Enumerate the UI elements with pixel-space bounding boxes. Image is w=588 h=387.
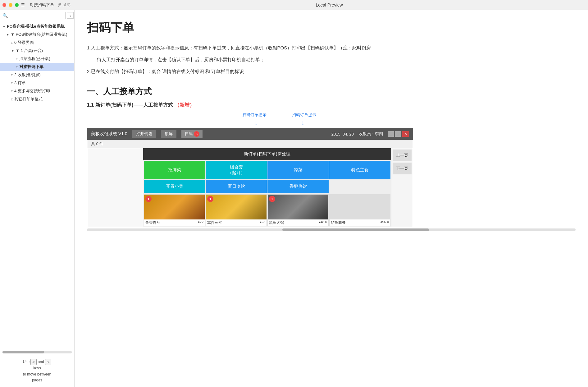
pos-item-label-2: 凉拌三丝 ¥23 [206,219,267,226]
scan-count-badge: 3 [194,131,199,137]
sidebar-scroll-area [0,350,74,355]
sidebar-scrollbar-thumb[interactable] [2,351,44,353]
cat-btn-appetizer[interactable]: 开胃小菜 [144,180,205,193]
hint-move: to move between [23,372,51,376]
horizontal-scrollbar[interactable] [87,228,576,231]
nav-prev-btn[interactable]: ‹ [67,12,74,19]
tree-label-cashier: 2 收银(含锁屏) [14,72,41,78]
pos-win-minimize[interactable]: _ [388,131,394,137]
tree-icon-root: ▼ [2,25,6,28]
cat-btn-hot-drink[interactable]: 香醇热饮 [267,180,329,193]
tree-icon-pos: ▼ [6,33,9,36]
arrow-down-right: ↓ [301,119,304,126]
pos-win-restore[interactable]: □ [395,131,401,137]
search-input[interactable] [9,12,66,19]
tree-label-pos: ▼ POS收银前台(结构及业务流) [11,32,67,37]
pos-cashier: 收银员：李四 [359,131,383,137]
sidebar-item-more[interactable]: □ 4 更多与交接班打印 [0,87,74,95]
pos-item-1[interactable]: 1 鱼香肉丝 ¥22 [144,194,205,226]
sidebar-tree: ▼ PC客户端-美味e点智能收银系统 ▼ ▼ POS收银前台(结构及业务流) □… [0,21,74,350]
sidebar-item-cashier[interactable]: □ 2 收银(含锁屏) [0,71,74,79]
pos-items-grid: 1 鱼香肉丝 ¥22 1 [143,194,391,227]
arrow-down-left: ↓ [254,119,258,126]
close-btn[interactable] [2,3,6,7]
tree-icon-table: ▼ [11,49,14,53]
pos-win-close[interactable]: ✕ [402,131,409,137]
top-bar: ☰ 对接扫码下单 (5 of 9) Local Preview [0,0,588,10]
item-badge-3: 1 [269,196,275,202]
hint-use: Use [23,360,30,364]
item-price-2: ¥23 [260,220,265,225]
annotation-left-label: 扫码订单提示 [242,112,267,118]
btn-next-page[interactable]: 下一页 [393,163,412,174]
sidebar-search-bar: 🔍 ‹ › [0,10,74,21]
btn-prev-page[interactable]: 上一页 [393,150,412,161]
cat-btn-combo[interactable]: 组合套（起订） [206,161,267,179]
sidebar-item-pos[interactable]: ▼ ▼ POS收银前台(结构及业务流) [0,30,74,39]
pos-right-buttons: 上一页 下一页 [391,148,413,227]
cat-btn-cold-drink[interactable]: 夏日冷饮 [206,180,267,193]
tree-label-scan-order: 对接扫码下单 [19,64,43,70]
sidebar: 🔍 ‹ › ▼ PC客户端-美味e点智能收银系统 ▼ ▼ POS收银前台(结构及… [0,10,75,387]
sidebar-item-login[interactable]: □ 0 登录界面 [0,39,74,47]
pos-window-controls: _ □ ✕ [388,131,409,137]
item-name-3: 黑鱼火锅 [269,220,284,225]
tree-icon-cashier: □ [11,73,13,77]
cat-btn-staple[interactable]: 特色主食 [329,161,390,179]
tree-icon-orders: □ [11,81,13,85]
tree-label-print: 其它打印单格式 [14,96,43,102]
sidebar-item-orders[interactable]: □ 3 订单 [0,79,74,87]
pos-item-label-1: 鱼香肉丝 ¥22 [144,219,205,226]
main-container: 🔍 ‹ › ▼ PC客户端-美味e点智能收银系统 ▼ ▼ POS收银前台(结构及… [0,10,588,387]
sidebar-scrollbar[interactable] [2,351,72,353]
pos-categories: 招牌菜 组合套（起订） 凉菜 特色主食 开胃小菜 夏日冷饮 香醇热饮 [143,160,391,194]
item-price-1: ¥22 [198,220,203,225]
pos-item-label-4: 鲈鱼套餐 ¥56.0 [330,219,390,226]
sidebar-item-table[interactable]: ▼ ▼ 1 台桌(开台) [0,47,74,55]
sidebar-bottom-hint: Use ◁ and ▷ keys to move between pages [0,355,74,387]
pos-notification-bar[interactable]: 新订单(扫码下单)需处理 [143,148,391,160]
btn-open-cashbox[interactable]: 打开钱箱 [132,130,156,138]
sidebar-item-root[interactable]: ▼ PC客户端-美味e点智能收银系统 [0,22,74,30]
cat-btn-cold[interactable]: 凉菜 [267,161,329,179]
key-right-icon: ▷ [45,359,51,366]
item-badge-2: 1 [207,196,213,202]
btn-lockscreen[interactable]: 锁屏 [161,130,176,138]
minimize-btn[interactable] [9,3,12,7]
item-name-4: 鲈鱼套餐 [331,220,346,225]
pos-item-4[interactable]: 鲈鱼套餐 ¥56.0 [329,194,390,226]
tree-label-table: ▼ 1 台桌(开台) [16,48,43,53]
pos-item-2[interactable]: 1 凉拌三丝 ¥23 [206,194,267,226]
sidebar-item-order-flow[interactable]: □ 点菜流程(已开桌) [0,55,74,63]
pos-item-3[interactable]: 1 黑鱼火锅 ¥48.0 [267,194,329,226]
tree-icon-scan-order: □ [16,65,18,69]
new-badge: （新增） [175,102,194,108]
item-badge-1: 1 [145,196,152,202]
sidebar-item-scan-order[interactable]: □ 对接扫码下单 [0,63,74,71]
btn-scan[interactable]: 扫码 3 [181,130,203,138]
search-icon: 🔍 [2,13,8,18]
pos-item-img-2 [206,195,267,219]
maximize-btn[interactable] [15,3,19,7]
tree-icon-print: □ [11,98,13,101]
content-area: 扫码下单 1.人工接单方式：显示扫码订单的数字和提示信息；有扫码下单过来，则直接… [75,10,588,387]
tree-label-order-flow: 点菜流程(已开桌) [19,56,50,62]
annotation-right-label: 扫码订单提示 [292,112,316,118]
pos-item-img-3 [268,195,328,219]
pos-item-img-4 [330,195,390,219]
pos-date: 2015. 04. 20 [331,132,354,136]
item-price-4: ¥56.0 [380,220,389,225]
desc-text-1b: 待人工打开桌台的订单详情，点击【确认下单】后，厨房和小票打印机自动打单； [87,55,576,64]
window-title: Local Preview [73,2,586,7]
cat-btn-signature[interactable]: 招牌菜 [144,161,205,179]
desc-text-2: 2.已在线支付的【扫码订单】：桌台 详情的在线支付标识 和 订单栏目的标识 [87,67,576,76]
pos-main-area: 新订单(扫码下单)需处理 招牌菜 组合套（起订） 凉菜 特色主食 开胃小菜 夏日… [143,148,391,227]
horizontal-scrollbar-thumb[interactable] [282,228,429,231]
subsection-title-1: 1.1 新订单(扫码下单)——人工接单方式 （新增） [87,102,576,108]
desc-text-1: 1.人工接单方式：显示扫码订单的数字和提示信息；有扫码下单过来，则直接在小票机（… [87,43,576,53]
hint-pages: pages [32,378,42,382]
item-price-3: ¥48.0 [318,220,327,225]
sidebar-item-print[interactable]: □ 其它打印单格式 [0,95,74,103]
pos-system-name: 美极收银系统 V1.0 [91,131,127,137]
section-title-1: 一、人工接单方式 [87,86,576,97]
